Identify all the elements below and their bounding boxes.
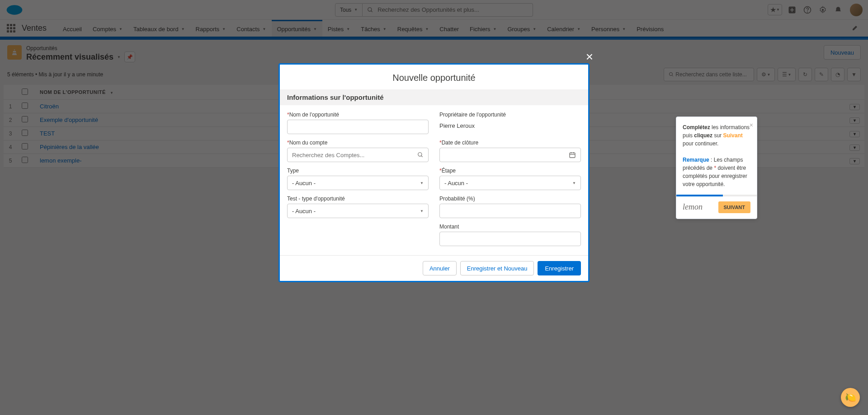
- coach-text-1: Complétez les informations puis cliquez …: [683, 123, 750, 148]
- new-opportunity-modal: Nouvelle opportunité Informations sur l'…: [278, 63, 590, 282]
- select-stage[interactable]: - Aucun -▼: [439, 176, 581, 190]
- coach-progress: [676, 195, 757, 196]
- modal-footer: Annuler Enregistrer et Nouveau Enregistr…: [280, 255, 588, 281]
- search-icon: [417, 152, 424, 158]
- lookup-account[interactable]: [287, 148, 429, 162]
- input-amount[interactable]: [439, 232, 581, 246]
- select-type[interactable]: - Aucun -▼: [287, 176, 429, 190]
- input-opp-name[interactable]: [287, 120, 429, 134]
- label-owner: Propriétaire de l'opportunité: [439, 112, 581, 118]
- calendar-icon: [569, 151, 576, 159]
- save-and-new-button[interactable]: Enregistrer et Nouveau: [460, 261, 534, 275]
- select-test-type[interactable]: - Aucun -▼: [287, 204, 429, 218]
- owner-value: Pierre Leroux: [439, 120, 581, 129]
- label-test-type: Test - type d'opportunité: [287, 196, 429, 202]
- cancel-button[interactable]: Annuler: [423, 261, 457, 275]
- label-type: Type: [287, 168, 429, 174]
- label-account: *Nom du compte: [287, 140, 429, 146]
- section-header: Informations sur l'opportunité: [280, 89, 588, 105]
- label-stage: *Étape: [439, 168, 581, 174]
- lemon-logo: lemon: [683, 201, 703, 213]
- svg-rect-11: [570, 153, 575, 158]
- save-button[interactable]: Enregistrer: [538, 261, 581, 275]
- input-close-date[interactable]: [439, 148, 581, 162]
- coach-tooltip: × Complétez les informations puis clique…: [676, 117, 757, 219]
- caret-down-icon: ▼: [420, 181, 424, 185]
- close-icon[interactable]: ×: [750, 121, 753, 130]
- label-amount: Montant: [439, 224, 581, 230]
- modal-title: Nouvelle opportunité: [280, 65, 588, 89]
- svg-line-10: [421, 156, 423, 157]
- input-probability[interactable]: [439, 204, 581, 218]
- svg-point-9: [418, 153, 422, 156]
- label-close-date: *Date de clôture: [439, 140, 581, 146]
- caret-down-icon: ▼: [572, 181, 576, 185]
- close-icon[interactable]: ×: [586, 50, 593, 64]
- label-opp-name: *Nom de l'opportunité: [287, 112, 429, 118]
- lookup-account-input[interactable]: [292, 152, 417, 159]
- lemon-fab[interactable]: 🍋: [841, 388, 860, 407]
- caret-down-icon: ▼: [420, 209, 424, 213]
- coach-text-2: Remarque : Les champs précédés de * doiv…: [683, 156, 750, 188]
- next-button[interactable]: SUIVANT: [718, 201, 750, 213]
- label-probability: Probabilité (%): [439, 196, 581, 202]
